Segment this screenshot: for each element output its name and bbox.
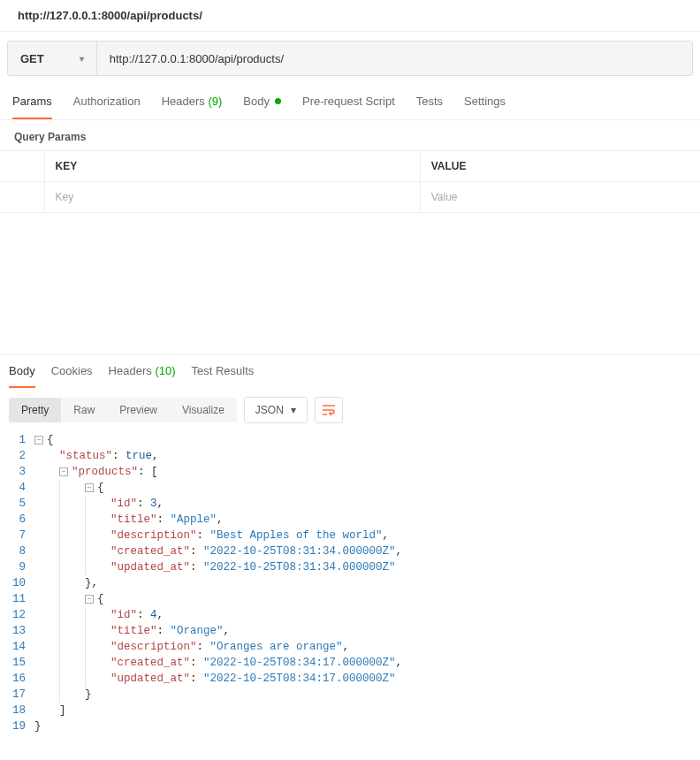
view-raw[interactable]: Raw (61, 398, 107, 422)
tab-params[interactable]: Params (12, 85, 52, 119)
table-row (0, 182, 700, 213)
fold-toggle-icon[interactable]: − (34, 436, 43, 445)
code-content[interactable]: −{"status": true,−"products": [−{"id": 3… (34, 432, 402, 734)
fold-toggle-icon[interactable]: − (59, 467, 68, 476)
fold-toggle-icon[interactable]: − (85, 483, 94, 492)
tab-tests[interactable]: Tests (416, 85, 443, 119)
method-select[interactable]: GET ▾ (8, 42, 97, 75)
view-preview[interactable]: Preview (107, 398, 170, 422)
headers-count: (9) (208, 95, 222, 108)
view-pretty[interactable]: Pretty (9, 398, 61, 422)
chevron-down-icon: ▾ (80, 54, 84, 64)
tab-authorization[interactable]: Authorization (73, 85, 141, 119)
resp-headers-count: (10) (155, 364, 175, 377)
params-table: KEY VALUE (0, 150, 700, 213)
view-visualize[interactable]: Visualize (170, 398, 237, 422)
view-mode-group: Pretty Raw Preview Visualize (9, 398, 237, 422)
tab-prerequest[interactable]: Pre-request Script (302, 85, 395, 119)
method-label: GET (20, 52, 44, 65)
param-value-input[interactable] (431, 191, 689, 203)
line-gutter: 12345678910111213141516171819 (0, 432, 34, 734)
fold-toggle-icon[interactable]: − (85, 595, 94, 604)
query-params-label: Query Params (0, 120, 700, 150)
request-tabs: Params Authorization Headers (9) Body Pr… (0, 85, 700, 120)
format-label: JSON (255, 404, 284, 416)
wrap-lines-button[interactable] (315, 397, 343, 423)
resp-tab-headers-label: Headers (109, 364, 152, 377)
tab-body-label: Body (243, 95, 270, 108)
resp-tab-headers[interactable]: Headers (10) (109, 355, 176, 388)
response-body: 12345678910111213141516171819 −{"status"… (0, 432, 700, 752)
tab-headers-label: Headers (162, 95, 205, 108)
params-header-key: KEY (44, 151, 420, 182)
response-controls: Pretty Raw Preview Visualize JSON ▾ (0, 388, 700, 432)
format-select[interactable]: JSON ▾ (244, 397, 308, 423)
resp-tab-body[interactable]: Body (9, 355, 35, 388)
response-tabs: Body Cookies Headers (10) Test Results (0, 354, 700, 388)
wrap-icon (322, 404, 336, 416)
tab-body[interactable]: Body (243, 85, 281, 119)
tab-settings[interactable]: Settings (464, 85, 506, 119)
resp-tab-cookies[interactable]: Cookies (51, 355, 93, 388)
request-row: GET ▾ (7, 41, 693, 76)
tab-title: http://127.0.0.1:8000/api/products/ (0, 0, 700, 32)
chevron-down-icon: ▾ (291, 404, 296, 416)
resp-tab-test-results[interactable]: Test Results (192, 355, 255, 388)
tab-headers[interactable]: Headers (9) (162, 85, 223, 119)
url-input[interactable] (97, 42, 692, 75)
params-header-value: VALUE (420, 151, 700, 182)
param-key-input[interactable] (56, 191, 409, 203)
status-dot-icon (275, 98, 281, 104)
